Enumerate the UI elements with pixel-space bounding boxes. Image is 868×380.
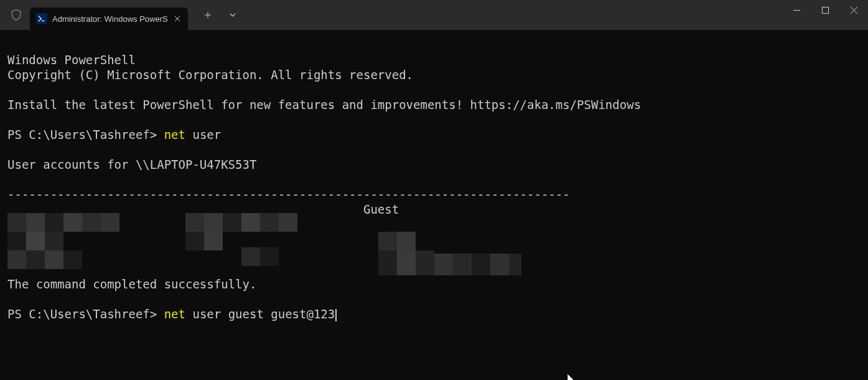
text-cursor — [335, 309, 337, 321]
shield-icon — [7, 6, 25, 24]
svg-rect-0 — [822, 7, 828, 13]
powershell-icon — [36, 13, 47, 24]
minimize-button[interactable] — [782, 0, 811, 20]
output-line: Copyright (C) Microsoft Corporation. All… — [7, 67, 861, 82]
close-button[interactable] — [839, 0, 868, 20]
redacted-area — [378, 232, 521, 277]
window-controls — [782, 0, 868, 30]
user-guest: Guest — [363, 202, 399, 216]
titlebar: Administrator: Windows PowerS — [0, 0, 868, 30]
command-arg: user — [192, 128, 221, 141]
prompt-line: PS C:\Users\Tashreef> net user guest gue… — [7, 306, 861, 321]
prompt-line: PS C:\Users\Tashreef> net user — [7, 127, 861, 142]
terminal-window: Administrator: Windows PowerS — [0, 0, 868, 380]
redacted-area — [185, 213, 304, 265]
maximize-button[interactable] — [811, 0, 839, 20]
titlebar-left: Administrator: Windows PowerS — [5, 0, 245, 30]
tab-active[interactable]: Administrator: Windows PowerS — [30, 7, 188, 30]
tab-close-button[interactable] — [172, 13, 183, 24]
command-keyword: net — [164, 128, 193, 141]
titlebar-tab-controls — [195, 0, 245, 30]
output-divider: ----------------------------------------… — [7, 187, 861, 202]
output-line: Windows PowerShell — [7, 52, 861, 67]
prompt-path: PS C:\Users\Tashreef> — [7, 128, 164, 141]
redacted-area — [7, 213, 119, 273]
new-tab-button[interactable] — [195, 5, 220, 25]
tab-dropdown-button[interactable] — [220, 5, 245, 25]
terminal-content[interactable]: Windows PowerShellCopyright (C) Microsof… — [0, 30, 868, 380]
tab-title: Administrator: Windows PowerS — [52, 14, 168, 24]
output-line: User accounts for \\LAPTOP-U47KS53T — [7, 157, 861, 172]
output-line: The command completed successfully. — [7, 277, 861, 292]
mouse-cursor-icon — [525, 359, 576, 380]
output-line: Install the latest PowerShell for new fe… — [7, 97, 861, 112]
output-line: Guest — [7, 202, 861, 217]
